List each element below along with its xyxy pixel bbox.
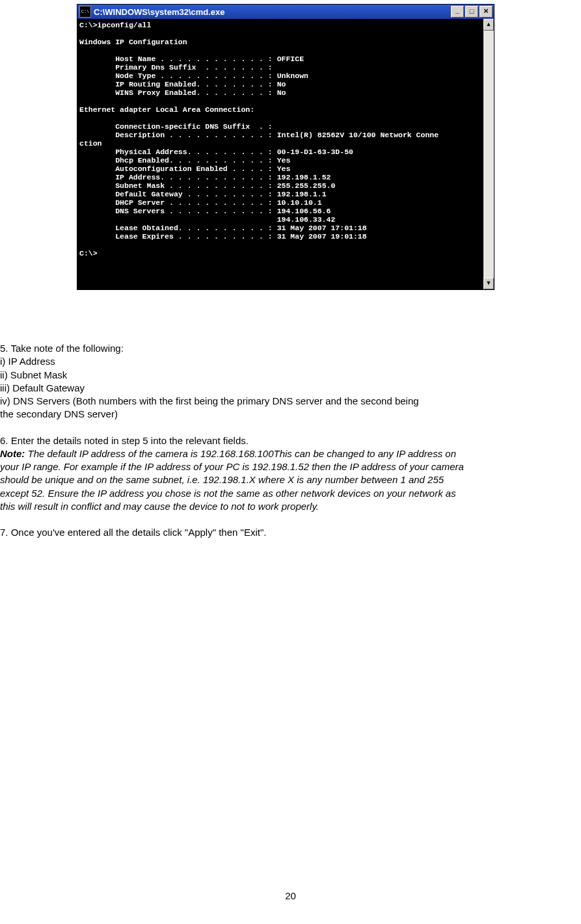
scrollbar[interactable] — [483, 19, 494, 289]
scroll-up-icon[interactable] — [483, 19, 494, 31]
note-line-4: except 52. Ensure the IP address you cho… — [0, 487, 581, 500]
cmd-title: C:\WINDOWS\system32\cmd.exe — [94, 7, 451, 17]
note-line-3: should be unique and on the same subnet,… — [0, 473, 581, 486]
cmd-output: C:\>ipconfig/all Windows IP Configuratio… — [77, 19, 483, 289]
step-5-item-i: i) IP Address — [0, 355, 581, 368]
cmd-window: C:\WINDOWS\system32\cmd.exe C:\>ipconfig… — [77, 4, 494, 290]
step-5-item-ii: ii) Subnet Mask — [0, 369, 581, 382]
step-5-item-iii: iii) Default Gateway — [0, 382, 581, 395]
note-line-1: Note: The default IP address of the came… — [0, 447, 581, 460]
maximize-button[interactable] — [465, 6, 478, 18]
close-button[interactable] — [480, 6, 493, 18]
scroll-track[interactable] — [483, 31, 494, 278]
step-5-heading: 5. Take note of the following: — [0, 342, 581, 355]
step-5-item-iv-b: the secondary DNS server) — [0, 408, 581, 421]
window-buttons — [451, 6, 493, 18]
cmd-titlebar: C:\WINDOWS\system32\cmd.exe — [77, 5, 494, 19]
minimize-button[interactable] — [451, 6, 464, 18]
note-label: Note: — [0, 448, 25, 459]
step-5-item-iv-a: iv) DNS Servers (Both numbers with the f… — [0, 395, 581, 408]
step-6: 6. Enter the details noted in step 5 int… — [0, 434, 581, 447]
cmd-icon — [79, 6, 91, 18]
note-line-5: this will result in conflict and may cau… — [0, 500, 581, 513]
step-7: 7. Once you've entered all the details c… — [0, 526, 581, 539]
note-line-2: your IP range. For example if the IP add… — [0, 460, 581, 473]
page-number: 20 — [0, 890, 581, 901]
scroll-down-icon[interactable] — [483, 278, 494, 289]
